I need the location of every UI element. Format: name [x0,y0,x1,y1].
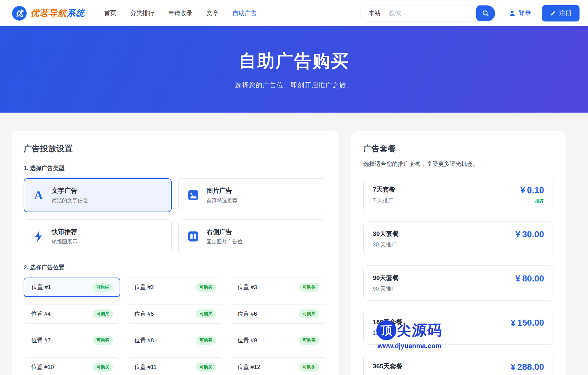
login-button[interactable]: 登录 [509,9,531,18]
position-label: 位置 #10 [31,363,54,371]
ad-type-text[interactable]: A 文字广告 简洁的文字信息 [24,178,172,212]
availability-badge: 可购买 [196,283,216,292]
nav-item-home[interactable]: 首页 [104,9,116,17]
package-365day[interactable]: 365天套餐 365 天推广 ¥288.00 [363,354,553,375]
position-label: 位置 #5 [134,310,154,318]
search-input[interactable] [384,10,476,17]
register-label: 注册 [559,9,572,18]
pencil-icon [550,10,556,16]
package-name: 365天套餐 [373,362,402,370]
search-icon [482,9,490,17]
availability-badge: 可购买 [93,363,113,372]
position-label: 位置 #7 [31,337,51,344]
watermark-url: www.djyuanma.com [378,342,442,350]
package-name: 90天套餐 [373,274,399,282]
top-navbar: 优 优茗导航系统 首页 分类排行 申请收录 文章 自助广告 本站 登录 注册 [0,0,588,26]
ad-settings-panel: 广告投放设置 1. 选择广告类型 A 文字广告 简洁的文字信息 图片广告 首页精… [12,131,339,375]
login-label: 登录 [518,9,531,18]
site-watermark: 顶 尖源码 www.djyuanma.com [376,320,442,350]
availability-badge: 可购买 [93,309,113,318]
search-button[interactable] [476,5,495,21]
packages-subtitle: 选择适合您的推广套餐，享受更多曝光机会。 [363,160,553,168]
position-label: 位置 #11 [134,363,157,371]
package-price: ¥150.00 [510,318,544,328]
position-3[interactable]: 位置 #3 可购买 [230,278,326,297]
package-name: 30天套餐 [373,229,399,238]
columns-icon [187,231,199,242]
ad-type-image[interactable]: 图片广告 首页精选推荐 [178,178,326,212]
position-12[interactable]: 位置 #12 可购买 [230,357,326,375]
site-title: 优茗导航系统 [30,7,85,19]
position-label: 位置 #12 [237,363,260,371]
search-scope-select[interactable]: 本站 [361,9,384,17]
nav-item-self-ads[interactable]: 自助广告 [233,9,257,17]
position-label: 位置 #2 [134,283,154,291]
position-5[interactable]: 位置 #5 可购买 [127,304,223,324]
ad-type-name: 快审推荐 [52,228,78,236]
register-button[interactable]: 注册 [542,5,580,21]
lightning-icon [32,230,45,242]
package-90day[interactable]: 90天套餐 90 天推广 ¥80.00 [363,265,553,301]
packages-title: 广告套餐 [363,143,553,154]
position-2[interactable]: 位置 #2 可购买 [127,278,223,297]
nav-item-articles[interactable]: 文章 [206,9,219,17]
ad-position-grid: 位置 #1 可购买 位置 #2 可购买 位置 #3 可购买 位置 #4 可购买 … [24,278,326,375]
watermark-logo-icon: 顶 [376,320,396,340]
ad-type-desc: 首页精选推荐 [206,197,237,204]
package-name: 7天套餐 [373,185,395,194]
availability-badge: 可购买 [196,336,216,345]
position-9[interactable]: 位置 #9 可购买 [230,331,326,350]
page-title: 自助广告购买 [239,49,349,73]
search-bar: 本站 [360,5,495,21]
site-logo[interactable]: 优 优茗导航系统 [12,6,85,21]
package-desc: 30 天推广 [373,241,399,248]
availability-badge: 可购买 [93,336,113,345]
ad-type-desc: 轮播图展示 [52,238,78,245]
package-desc: 90 天推广 [373,285,399,292]
availability-badge: 可购买 [299,363,319,372]
package-desc: 7 天推广 [373,197,395,204]
nav-item-category-rank[interactable]: 分类排行 [130,9,154,17]
position-label: 位置 #1 [31,283,51,291]
hero-banner: 自助广告购买 选择您的广告位，即刻开启推广之旅。 [0,26,588,113]
main-content: 广告投放设置 1. 选择广告类型 A 文字广告 简洁的文字信息 图片广告 首页精… [0,113,588,375]
position-6[interactable]: 位置 #6 可购买 [230,304,326,324]
step2-label: 2. 选择广告位置 [24,264,326,271]
position-10[interactable]: 位置 #10 可购买 [24,357,120,375]
ad-settings-title: 广告投放设置 [24,143,326,154]
availability-badge: 可购买 [196,309,216,318]
availability-badge: 可购买 [299,283,319,292]
position-label: 位置 #6 [237,310,257,318]
availability-badge: 可购买 [299,309,319,318]
availability-badge: 可购买 [196,363,216,372]
package-price: ¥288.00 [510,362,544,372]
position-label: 位置 #4 [31,310,51,318]
position-label: 位置 #3 [237,283,257,291]
logo-mark-icon: 优 [12,6,27,21]
brand-orange-text: 优茗导航 [30,8,67,18]
ad-type-fast-review[interactable]: 快审推荐 轮播图展示 [24,219,172,253]
package-7day[interactable]: 7天套餐 7 天推广 ¥0.10 推荐 [363,177,553,212]
main-nav: 首页 分类排行 申请收录 文章 自助广告 [104,9,257,17]
position-label: 位置 #9 [237,337,257,344]
package-desc: 365 天推广 [373,373,402,375]
position-11[interactable]: 位置 #11 可购买 [127,357,223,375]
ad-type-right-side[interactable]: 右侧广告 固定图片广告位 [178,219,326,253]
package-price: ¥30.00 [515,229,544,239]
position-1[interactable]: 位置 #1 可购买 [24,278,120,297]
ad-type-name: 右侧广告 [206,228,243,236]
ad-type-name: 文字广告 [52,186,88,195]
position-4[interactable]: 位置 #4 可购买 [24,304,120,324]
position-8[interactable]: 位置 #8 可购买 [127,331,223,350]
brand-blue-text: 系统 [67,8,85,18]
watermark-logo-text: 尖源码 [396,321,443,340]
availability-badge: 可购买 [92,283,113,292]
nav-item-apply-inclusion[interactable]: 申请收录 [168,9,193,17]
position-label: 位置 #8 [134,337,154,344]
recommended-badge: 推荐 [520,198,544,204]
text-a-icon: A [32,189,45,201]
ad-type-grid: A 文字广告 简洁的文字信息 图片广告 首页精选推荐 [24,178,326,253]
user-icon [509,10,516,17]
package-30day[interactable]: 30天套餐 30 天推广 ¥30.00 [363,221,553,256]
position-7[interactable]: 位置 #7 可购买 [24,331,120,350]
